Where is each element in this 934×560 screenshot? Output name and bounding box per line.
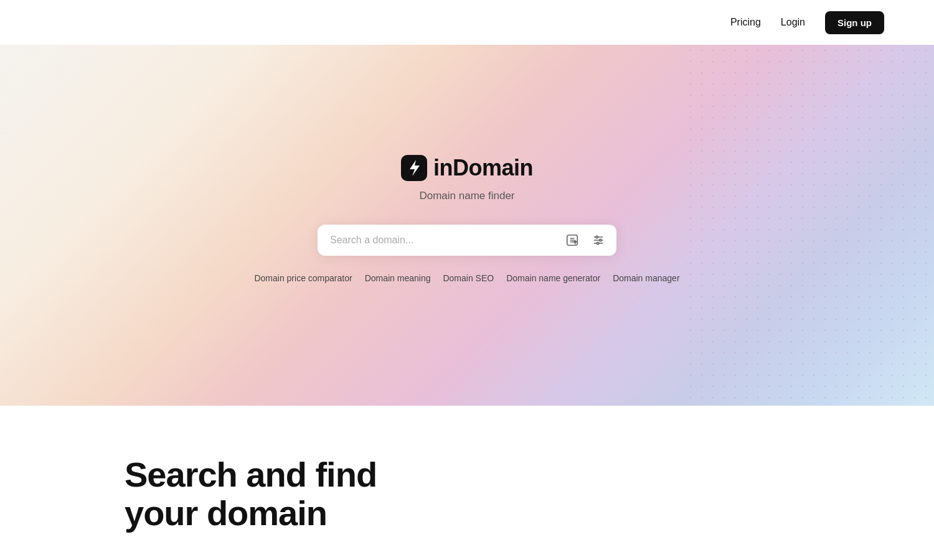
nav-pricing-link[interactable]: Pricing bbox=[730, 17, 761, 28]
section-heading-line2: your domain bbox=[125, 493, 327, 533]
quick-link-name-generator[interactable]: Domain name generator bbox=[506, 273, 600, 283]
search-input[interactable] bbox=[330, 235, 557, 246]
brand-logo-text: inDomain bbox=[433, 155, 533, 181]
quick-link-domain-manager[interactable]: Domain manager bbox=[613, 273, 679, 283]
quick-link-price-comparator[interactable]: Domain price comparator bbox=[254, 273, 352, 283]
sliders-icon bbox=[592, 234, 605, 246]
navbar: Pricing Login Sign up bbox=[0, 0, 934, 45]
nav-login-link[interactable]: Login bbox=[781, 17, 805, 28]
search-bar bbox=[318, 225, 616, 256]
ai-icon bbox=[565, 233, 579, 247]
hero-section: inDomain Domain name finder bbox=[0, 45, 934, 406]
quick-links: Domain price comparator Domain meaning D… bbox=[254, 273, 679, 283]
filter-button[interactable] bbox=[588, 230, 609, 251]
nav-links: Pricing Login Sign up bbox=[730, 11, 884, 34]
hero-logo: inDomain bbox=[401, 155, 533, 181]
section-heading: Search and find your domain bbox=[125, 455, 809, 532]
svg-point-8 bbox=[597, 242, 599, 244]
ai-search-button[interactable] bbox=[562, 230, 583, 251]
section-heading-line1: Search and find bbox=[125, 455, 377, 494]
quick-link-domain-seo[interactable]: Domain SEO bbox=[443, 273, 494, 283]
nav-signup-button[interactable]: Sign up bbox=[825, 11, 884, 34]
svg-point-7 bbox=[600, 239, 601, 241]
hero-subtitle: Domain name finder bbox=[419, 190, 514, 202]
svg-point-6 bbox=[596, 236, 598, 238]
brand-logo-icon bbox=[401, 155, 427, 181]
below-hero-section: Search and find your domain bbox=[0, 406, 934, 560]
quick-link-domain-meaning[interactable]: Domain meaning bbox=[365, 273, 431, 283]
